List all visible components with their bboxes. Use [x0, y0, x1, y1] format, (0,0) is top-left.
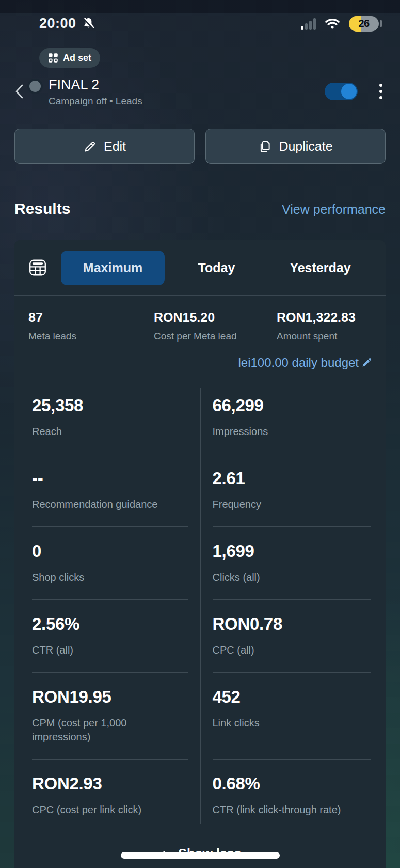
- metric-reach: 25,358 Reach: [32, 381, 188, 454]
- metric-label: Frequency: [213, 498, 367, 512]
- summary-meta-leads: 87 Meta leads: [14, 309, 143, 342]
- metric-label: CTR (all): [32, 643, 187, 657]
- more-options-icon[interactable]: [377, 82, 385, 101]
- results-card: Maximum Today Yesterday 87 Meta leads RO…: [14, 240, 386, 868]
- show-less-button[interactable]: Show less: [14, 832, 386, 868]
- metric-shop-clicks: 0 Shop clicks: [32, 527, 188, 600]
- metric-impressions: 66,299 Impressions: [213, 381, 372, 454]
- adset-subtitle: Campaign off • Leads: [49, 96, 325, 107]
- metric-label: CTR (link click-through rate): [213, 803, 367, 817]
- results-heading: Results: [14, 200, 70, 218]
- view-performance-link[interactable]: View performance: [282, 202, 386, 217]
- metric-clicks-all: 1,699 Clicks (all): [213, 527, 372, 600]
- metric-label: CPM (cost per 1,000 impressions): [32, 716, 187, 744]
- adset-title: FINAL 2: [49, 76, 325, 94]
- tab-maximum[interactable]: Maximum: [61, 251, 165, 285]
- metric-value: RON2.93: [32, 773, 188, 794]
- metric-value: 25,358: [32, 395, 188, 416]
- duplicate-button-label: Duplicate: [279, 139, 332, 154]
- metric-frequency: 2.61 Frequency: [213, 454, 372, 527]
- metric-value: 0: [32, 541, 188, 562]
- summary-cost-per-lead: RON15.20 Cost per Meta lead: [143, 309, 266, 342]
- metric-value: --: [32, 468, 188, 489]
- status-bar: 20:00: [0, 0, 400, 32]
- metrics-grid: 25,358 Reach 66,299 Impressions -- Recom…: [14, 381, 386, 832]
- summary-label: Cost per Meta lead: [154, 331, 266, 342]
- metric-value: RON19.95: [32, 687, 188, 707]
- metric-value: 66,299: [213, 395, 372, 416]
- battery-icon: 26: [349, 16, 382, 32]
- summary-label: Meta leads: [28, 331, 143, 342]
- adset-active-toggle[interactable]: [325, 83, 358, 100]
- duplicate-icon: [258, 140, 272, 153]
- tab-yesterday[interactable]: Yesterday: [268, 251, 372, 285]
- metric-cpm: RON19.95 CPM (cost per 1,000 impressions…: [32, 673, 188, 760]
- summary-value: 87: [28, 310, 143, 325]
- metric-ctr-link: 0.68% CTR (link click-through rate): [213, 760, 372, 832]
- edit-button[interactable]: Edit: [14, 129, 195, 164]
- metric-label: Link clicks: [213, 716, 367, 730]
- table-view-icon[interactable]: [28, 259, 61, 276]
- duplicate-button[interactable]: Duplicate: [205, 129, 386, 164]
- summary-value: RON1,322.83: [277, 310, 386, 325]
- delivery-status-dot: [27, 79, 43, 94]
- metric-recommendation-guidance: -- Recommendation guidance: [32, 454, 188, 527]
- wifi-icon: [325, 18, 340, 29]
- summary-row: 87 Meta leads RON15.20 Cost per Meta lea…: [14, 296, 386, 345]
- metric-cpc-all: RON0.78 CPC (all): [213, 600, 372, 673]
- ads-manager-adset-screen: 20:00: [0, 0, 400, 868]
- signal-icon: [301, 18, 316, 30]
- toggle-knob: [341, 84, 357, 99]
- metric-label: CPC (all): [213, 643, 367, 657]
- metric-value: 0.68%: [213, 773, 372, 794]
- metric-label: Reach: [32, 425, 187, 439]
- muted-bell-icon: [82, 17, 95, 30]
- pencil-icon: [83, 140, 97, 153]
- summary-amount-spent: RON1,322.83 Amount spent: [266, 309, 386, 342]
- adset-grid-icon: [48, 53, 58, 63]
- metric-value: 2.61: [213, 468, 372, 489]
- tab-today[interactable]: Today: [165, 251, 268, 285]
- clock: 20:00: [39, 16, 76, 32]
- edit-button-label: Edit: [104, 139, 126, 154]
- metric-value: 1,699: [213, 541, 372, 562]
- summary-label: Amount spent: [277, 331, 386, 342]
- metric-link-clicks: 452 Link clicks: [213, 673, 372, 760]
- metric-label: Clicks (all): [213, 570, 367, 584]
- edit-budget-pencil-icon: [361, 357, 372, 368]
- back-chevron-icon[interactable]: [11, 84, 27, 99]
- daily-budget-link[interactable]: lei100.00 daily budget: [14, 345, 386, 381]
- metric-ctr-all: 2.56% CTR (all): [32, 600, 188, 673]
- entity-type-badge: Ad set: [39, 48, 100, 68]
- metric-label: Impressions: [213, 425, 367, 439]
- metric-value: RON0.78: [213, 614, 372, 634]
- summary-value: RON15.20: [154, 310, 266, 325]
- metric-label: Shop clicks: [32, 570, 187, 584]
- date-range-tabbar: Maximum Today Yesterday: [14, 240, 386, 295]
- battery-percent: 26: [349, 16, 379, 32]
- metric-cpc-link-click: RON2.93 CPC (cost per link click): [32, 760, 188, 832]
- daily-budget-text: lei100.00 daily budget: [238, 355, 359, 370]
- metric-label: Recommendation guidance: [32, 498, 187, 512]
- entity-type-label: Ad set: [63, 53, 91, 64]
- metric-value: 2.56%: [32, 614, 188, 634]
- metric-label: CPC (cost per link click): [32, 803, 187, 817]
- home-indicator[interactable]: [121, 852, 280, 859]
- metric-value: 452: [213, 687, 372, 707]
